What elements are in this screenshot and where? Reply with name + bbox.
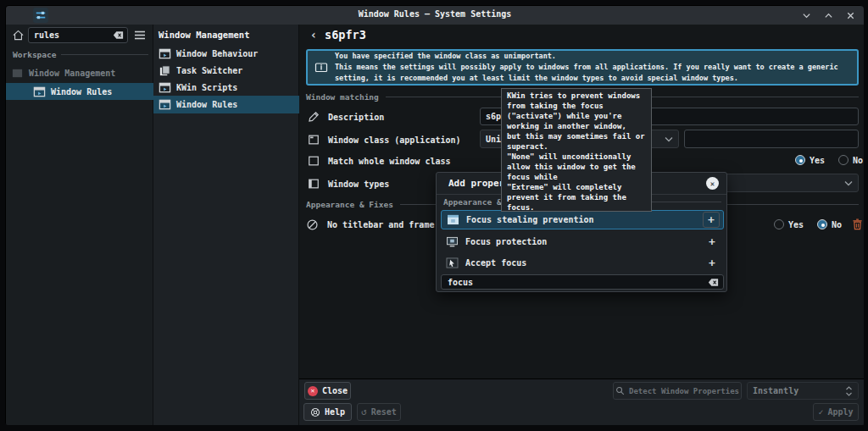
desktop: Window Rules — System Settings: [0, 0, 868, 431]
no-titlebar-yes-radio[interactable]: [774, 219, 784, 229]
window-matching-label: Window matching: [306, 92, 379, 102]
no-titlebar-radios: Yes No: [774, 218, 863, 230]
apply-mode-spinbox[interactable]: Instantly: [747, 382, 859, 400]
titlebar[interactable]: Window Rules — System Settings: [6, 6, 864, 25]
footer: ✕ Close Detect Window Properties Instant…: [299, 379, 864, 425]
match-whole-no-radio[interactable]: [838, 155, 849, 165]
apply-button-label: Apply: [827, 407, 853, 417]
window-class-label: Window class (application): [328, 135, 461, 145]
maximize-icon[interactable]: [821, 8, 835, 22]
popup-item-label: Focus stealing prevention: [466, 215, 594, 224]
popup-item-focus-protection[interactable]: Focus protection +: [441, 232, 724, 251]
window-class-icon: [308, 134, 320, 146]
sidebar: Workspace Window Management Window Ru: [6, 25, 153, 425]
magnifier-icon: [615, 386, 625, 395]
system-settings-window: Window Rules — System Settings: [5, 5, 863, 424]
plus-glyph: +: [709, 257, 715, 269]
nav-item-kwin-scripts[interactable]: KWin Scripts: [153, 79, 299, 96]
notice-box: You have specified the window class as u…: [306, 49, 859, 86]
match-whole-yes-radio[interactable]: [795, 155, 805, 165]
popup-item-label: Focus protection: [465, 237, 547, 246]
window-behaviour-icon: [159, 47, 171, 60]
popup-close-icon[interactable]: ✕: [706, 177, 719, 190]
back-icon[interactable]: ‹: [306, 28, 321, 41]
focus-prevention-tooltip: KWin tries to prevent windows from takin…: [501, 88, 652, 212]
help-button-label: Help: [325, 407, 345, 417]
nav-item-label: Window Rules: [176, 100, 237, 109]
page-title: s6pfr3: [325, 28, 366, 41]
spin-arrows-icon[interactable]: [845, 385, 853, 397]
focus-stealing-prevention-icon: [447, 214, 459, 225]
apply-button[interactable]: ✓ Apply: [813, 403, 859, 421]
reset-button-label: Reset: [371, 407, 397, 417]
no-titlebar-no-radio[interactable]: [817, 219, 827, 229]
workspace-section: Workspace: [13, 50, 148, 59]
menu-icon[interactable]: [134, 30, 146, 41]
window-rules-icon: [33, 86, 46, 98]
task-switcher-icon: [159, 64, 171, 77]
popup-search-input[interactable]: [442, 278, 708, 287]
help-icon: [310, 407, 320, 417]
window-types-icon: [308, 178, 320, 190]
nav-item-window-behaviour[interactable]: Window Behaviour: [153, 45, 299, 62]
sidebar-search: [28, 27, 128, 43]
kwin-scripts-icon: [159, 81, 171, 94]
nav-item-task-switcher[interactable]: Task Switcher: [153, 62, 299, 79]
plus-glyph: +: [709, 235, 715, 248]
no-label: No: [832, 220, 842, 229]
close-window-icon[interactable]: [843, 8, 857, 22]
add-icon[interactable]: +: [704, 235, 721, 248]
window-types-label-group: Window types: [308, 178, 389, 190]
nav-header: Window Management: [153, 25, 299, 45]
appearance-heading-label: Appearance & Fixes: [306, 200, 393, 209]
pencil-icon: [308, 111, 320, 123]
add-icon[interactable]: +: [704, 257, 721, 269]
clear-search-icon[interactable]: [113, 30, 124, 40]
help-button[interactable]: Help: [303, 403, 352, 421]
add-icon[interactable]: +: [703, 212, 720, 228]
description-label: Description: [328, 113, 384, 122]
close-button[interactable]: ✕ Close: [304, 382, 351, 400]
match-whole-label-group: Match whole window class: [308, 155, 451, 167]
window-title: Window Rules — System Settings: [6, 9, 864, 19]
sidebar-item-window-management[interactable]: Window Management: [6, 64, 153, 81]
sidebar-item-window-rules[interactable]: Window Rules: [6, 83, 153, 100]
nav-item-label: KWin Scripts: [176, 83, 237, 92]
workspace-section-label: Workspace: [13, 50, 56, 59]
tooltip-text: KWin tries to prevent windows from takin…: [507, 91, 651, 213]
undo-icon: ↺: [361, 406, 367, 417]
apply-mode-value: Instantly: [753, 386, 798, 395]
focus-protection-icon: [446, 236, 459, 247]
home-icon[interactable]: [12, 29, 25, 41]
chevron-down-icon: [665, 136, 673, 142]
window-rules-icon: [159, 98, 171, 111]
popup-item-accept-focus[interactable]: Accept focus +: [441, 253, 724, 273]
info-icon: [314, 61, 328, 75]
minimize-icon[interactable]: [799, 8, 813, 22]
nav-item-label: Window Behaviour: [176, 49, 258, 58]
popup-item-label: Accept focus: [465, 258, 526, 268]
window-management-icon: [11, 67, 24, 80]
yes-label: Yes: [788, 220, 804, 229]
sidebar-toolbar: [6, 25, 153, 47]
delete-property-icon[interactable]: [852, 218, 863, 230]
sidebar-item-label: Window Rules: [51, 87, 112, 97]
window-class-label-group: Window class (application): [308, 134, 461, 146]
reset-button[interactable]: ↺ Reset: [357, 403, 401, 421]
search-input[interactable]: [29, 30, 113, 40]
popup-item-focus-stealing-prevention[interactable]: Focus stealing prevention +: [441, 210, 724, 229]
nav-item-label: Task Switcher: [176, 66, 242, 75]
plus-glyph: +: [708, 213, 715, 226]
notice-text: You have specified the window class as u…: [335, 51, 838, 84]
window-class-text-input[interactable]: [684, 130, 859, 148]
main-header: ‹ s6pfr3: [299, 25, 864, 45]
yes-label: Yes: [810, 156, 825, 165]
detect-window-properties-button[interactable]: Detect Window Properties: [613, 382, 742, 400]
sidebar-item-label: Window Management: [29, 69, 115, 78]
no-label: No: [853, 156, 863, 165]
clear-search-icon[interactable]: [708, 278, 719, 287]
window-types-label: Window types: [328, 180, 389, 189]
accept-focus-icon: [446, 257, 459, 268]
no-titlebar-label: No titlebar and frame: [327, 220, 434, 229]
nav-item-window-rules[interactable]: Window Rules: [153, 96, 299, 113]
